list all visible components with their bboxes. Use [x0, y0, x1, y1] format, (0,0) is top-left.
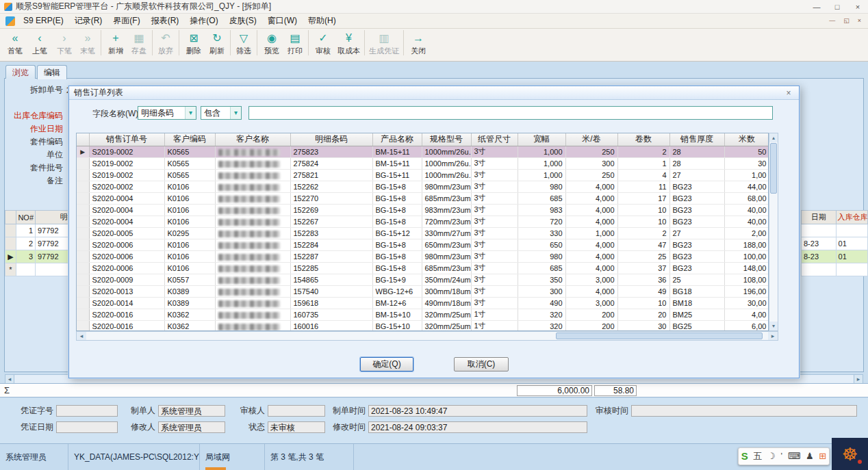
- moon-icon[interactable]: ☽: [767, 448, 776, 465]
- order-row[interactable]: ▶ S2019-0002 K0565 275823 BM-15+11 1000m…: [77, 146, 769, 157]
- sogou-ime-icon[interactable]: S: [741, 448, 748, 465]
- order-row[interactable]: S2020-0016 K0362 160735 BM-15+10 320mm/2…: [77, 309, 769, 320]
- dialog-titlebar[interactable]: 销售订单列表 ×: [69, 86, 799, 100]
- dialog-close-icon[interactable]: ×: [783, 88, 794, 98]
- order-row[interactable]: S2020-0013 K0389 157540 WBG-12+6 300mm/1…: [77, 285, 769, 297]
- close-icon[interactable]: ×: [847, 0, 868, 14]
- product-header[interactable]: 产品名称: [372, 133, 422, 146]
- menu-window[interactable]: 窗口(W): [262, 14, 303, 28]
- maximize-icon[interactable]: □: [827, 0, 847, 14]
- save-button[interactable]: ▦ 存盘: [128, 30, 153, 55]
- next-record-button[interactable]: › 下笔: [52, 30, 77, 55]
- detail-row[interactable]: [802, 224, 868, 237]
- create-time-field: 制单时间 2021-08-23 10:49:47: [327, 405, 587, 417]
- menu-s9erp[interactable]: S9 ERP(E): [18, 14, 69, 28]
- meters-per-roll-cell: 4,000: [565, 285, 617, 297]
- discard-button[interactable]: ↶ 放弃: [155, 30, 179, 55]
- order-row[interactable]: S2020-0004 K0106 152267 BG-15+8 720mm/23…: [77, 216, 769, 227]
- meters-header[interactable]: 米数: [724, 133, 769, 146]
- detail-row[interactable]: 8-23 01: [802, 250, 868, 263]
- grid-vertical-scrollbar[interactable]: ▴ ▾: [769, 133, 778, 331]
- detail-row[interactable]: 8-23 01: [802, 237, 868, 250]
- filter-button[interactable]: ▽ 筛选: [233, 30, 257, 55]
- tab-edit[interactable]: 编辑: [37, 65, 67, 79]
- preview-button[interactable]: ◉ 预览: [259, 30, 284, 55]
- roll-count-cell: 25: [617, 250, 669, 262]
- child-close-icon[interactable]: ×: [858, 14, 861, 28]
- first-record-button[interactable]: « 首笔: [3, 30, 27, 55]
- scroll-left-icon[interactable]: ◂: [77, 332, 86, 340]
- menu-operation[interactable]: 操作(O): [184, 14, 223, 28]
- order-row[interactable]: S2020-0006 K0106 152287 BG-15+8 980mm/23…: [77, 250, 769, 262]
- chevron-down-icon[interactable]: ▾: [230, 107, 241, 119]
- spec-header[interactable]: 规格型号: [422, 133, 471, 146]
- tab-browse[interactable]: 浏览: [5, 65, 36, 79]
- order-row[interactable]: S2020-0009 K0557 154865 BG-15+9 350mm/24…: [77, 274, 769, 285]
- user-icon[interactable]: ♟: [806, 448, 814, 465]
- width-header[interactable]: 宽幅: [518, 133, 565, 146]
- menu-record[interactable]: 记录(R): [69, 14, 108, 28]
- get-cost-button[interactable]: ¥ 取成本: [335, 30, 365, 55]
- last-record-button[interactable]: » 末笔: [77, 30, 101, 55]
- barcode-header[interactable]: 明细条码: [290, 133, 372, 146]
- order-row[interactable]: S2020-0014 K0389 159618 BM-12+6 490mm/18…: [77, 297, 769, 309]
- toolbox-icon[interactable]: ⊞: [819, 448, 826, 465]
- grid-horizontal-scrollbar[interactable]: ◂ ▸: [76, 331, 778, 341]
- order-row[interactable]: S2020-0016 K0362 160016 BG-15+10 320mm/2…: [77, 320, 769, 331]
- order-row[interactable]: S2020-0004 K0106 152270 BG-15+8 685mm/23…: [77, 192, 769, 204]
- roll-count-header[interactable]: 卷数: [617, 133, 669, 146]
- date-column-header[interactable]: 日期: [802, 211, 837, 224]
- meters-per-roll-cell: 4,000: [565, 204, 617, 216]
- generate-voucher-button[interactable]: ▥ 生成凭证: [367, 30, 404, 55]
- row-marker: [77, 227, 89, 239]
- order-row[interactable]: S2020-0006 K0106 152284 BG-15+8 650mm/23…: [77, 239, 769, 250]
- customer-name-header[interactable]: 客户名称: [215, 133, 290, 146]
- menu-report[interactable]: 报表(R): [146, 14, 185, 28]
- no-column-header[interactable]: NO#: [16, 211, 36, 224]
- audit-button[interactable]: ✓ 审核: [311, 30, 335, 55]
- order-no-header[interactable]: 销售订单号: [89, 133, 164, 146]
- minimize-icon[interactable]: —: [806, 0, 827, 14]
- order-row[interactable]: S2019-0002 K0565 275821 BG-15+11 1000mm/…: [77, 169, 769, 181]
- wubi-mode-indicator[interactable]: 五: [753, 448, 762, 465]
- print-button[interactable]: ▤ 打印: [284, 30, 309, 55]
- menu-view[interactable]: 界面(F): [107, 14, 145, 28]
- row-marker: [77, 216, 89, 227]
- scroll-right-icon[interactable]: ▸: [854, 374, 863, 384]
- child-minimize-icon[interactable]: —: [829, 14, 835, 28]
- keyboard-icon[interactable]: ⌨: [788, 448, 801, 465]
- order-row[interactable]: S2019-0002 K0565 275824 BM-15+11 1000mm/…: [77, 157, 769, 169]
- operator-select[interactable]: 包含 ▾: [201, 106, 242, 120]
- scroll-down-icon[interactable]: ▾: [769, 322, 778, 330]
- child-restore-icon[interactable]: ◱: [843, 14, 850, 28]
- filter-value-input[interactable]: [248, 106, 773, 120]
- delete-button[interactable]: ⊠ 删除: [181, 30, 206, 55]
- new-button[interactable]: + 新增: [103, 30, 128, 55]
- thickness-header[interactable]: 销售厚度: [669, 133, 724, 146]
- scroll-up-icon[interactable]: ▴: [769, 133, 778, 142]
- order-row[interactable]: S2020-0004 K0106 152269 BG-15+8 983mm/23…: [77, 204, 769, 216]
- chevron-down-icon[interactable]: ▾: [185, 107, 196, 119]
- tube-size-header[interactable]: 纸管尺寸: [471, 133, 518, 146]
- refresh-button[interactable]: ↻ 刷新: [206, 30, 231, 55]
- scrollbar-thumb[interactable]: [770, 143, 777, 194]
- customer-code-header[interactable]: 客户编码: [164, 133, 215, 146]
- scrollbar-thumb[interactable]: [556, 332, 763, 339]
- field-name-select[interactable]: 明细条码 ▾: [138, 106, 196, 120]
- order-row[interactable]: S2020-0006 K0106 152285 BG-15+8 685mm/23…: [77, 262, 769, 274]
- order-row[interactable]: S2020-0005 K0295 152283 BG-15+12 330mm/2…: [77, 227, 769, 239]
- cancel-button[interactable]: 取消(C): [454, 357, 509, 371]
- prev-record-button[interactable]: ‹ 上笔: [27, 30, 52, 55]
- meters-per-roll-header[interactable]: 米/卷: [565, 133, 617, 146]
- scroll-right-icon[interactable]: ▸: [768, 332, 778, 340]
- menu-skin[interactable]: 皮肤(S): [224, 14, 262, 28]
- detail-row[interactable]: [802, 263, 868, 276]
- warehouse-column-header[interactable]: 入库仓库: [836, 211, 867, 224]
- confirm-button[interactable]: 确定(Q): [360, 357, 413, 371]
- close-form-button[interactable]: → 关闭: [406, 30, 431, 55]
- toolbar-button-icon: ¥: [337, 31, 360, 46]
- punctuation-icon[interactable]: ’: [780, 448, 782, 465]
- order-row[interactable]: S2020-0002 K0106 152262 BG-15+8 980mm/23…: [77, 181, 769, 192]
- scroll-left-icon[interactable]: ◂: [5, 374, 14, 384]
- menu-help[interactable]: 帮助(H): [303, 14, 342, 28]
